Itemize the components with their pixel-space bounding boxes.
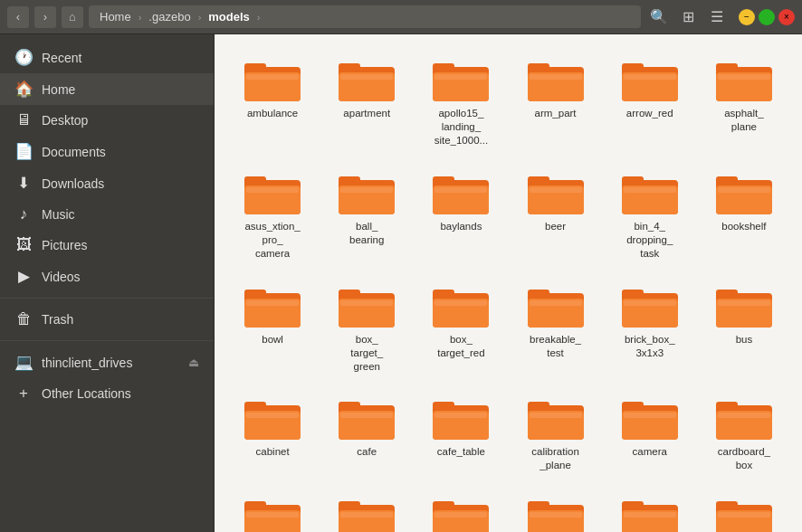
breadcrumb-sep-2: ›	[198, 12, 202, 23]
svg-rect-61	[528, 290, 549, 299]
breadcrumb-home[interactable]: Home	[96, 8, 135, 25]
folder-icon	[622, 494, 678, 532]
svg-rect-55	[340, 300, 393, 306]
folder-icon	[433, 282, 489, 329]
nav-forward-button[interactable]: ›	[34, 6, 56, 28]
svg-rect-59	[434, 300, 487, 306]
file-item[interactable]: apollo15_landing_site_1000...	[417, 49, 504, 155]
sidebar-item-thinclient[interactable]: 💻 thinclient_drives ⏏	[0, 347, 214, 378]
folder-icon	[622, 56, 678, 103]
sidebar-icon-trash: 🗑	[14, 310, 33, 328]
sidebar-label-documents: Documents	[42, 145, 106, 159]
svg-rect-1	[244, 63, 266, 72]
file-label: cardboard_box	[718, 445, 770, 472]
file-item[interactable]: cessna	[606, 487, 693, 532]
file-item[interactable]: camera	[606, 387, 693, 466]
file-item[interactable]: box_target_green	[323, 275, 410, 381]
file-item[interactable]: ambulance	[229, 49, 316, 128]
file-item[interactable]: bookshelf	[701, 162, 788, 241]
breadcrumb-models[interactable]: models	[205, 8, 253, 25]
svg-rect-31	[340, 187, 393, 193]
file-label: asphalt_plane	[724, 107, 763, 134]
sidebar-item-downloads[interactable]: ⬇ Downloads	[0, 167, 214, 199]
sidebar-icon-downloads: ⬇	[14, 174, 33, 193]
folder-icon	[528, 169, 584, 216]
folder-icon	[433, 56, 489, 103]
file-label: cafe	[357, 445, 377, 459]
file-item[interactable]: cart_front_steer	[229, 487, 316, 532]
svg-rect-79	[340, 413, 393, 418]
sidebar-label-trash: Trash	[42, 312, 73, 327]
folder-icon	[528, 56, 584, 103]
file-item[interactable]: cabinet	[229, 387, 316, 466]
folder-icon	[622, 169, 678, 216]
file-item[interactable]: cardboard_box	[701, 387, 788, 480]
file-item[interactable]: bowl	[229, 275, 316, 354]
search-button[interactable]: 🔍	[646, 5, 672, 30]
svg-rect-53	[339, 290, 360, 299]
file-item[interactable]: cart_soft_suspension	[417, 487, 504, 532]
view-toggle-button[interactable]: ⊞	[675, 5, 701, 30]
file-item[interactable]: beer	[511, 162, 598, 241]
folder-icon	[716, 282, 772, 329]
file-item[interactable]: brick_box_3x1x3	[606, 275, 693, 367]
sidebar-icon-home: 🏠	[14, 80, 33, 99]
svg-rect-41	[622, 176, 644, 185]
svg-rect-39	[530, 187, 582, 193]
sidebar-item-documents[interactable]: 📄 Documents	[0, 136, 214, 167]
sidebar-item-home[interactable]: 🏠 Home	[0, 73, 214, 105]
folder-icon	[339, 494, 395, 532]
file-item[interactable]: bus	[701, 275, 788, 354]
svg-rect-45	[716, 176, 738, 185]
breadcrumb-gazebo[interactable]: .gazebo	[145, 8, 194, 25]
file-item[interactable]: car_wheel	[511, 487, 598, 532]
file-label: apartment	[343, 107, 390, 120]
close-button[interactable]: ×	[778, 9, 795, 25]
file-item[interactable]: box_target_red	[417, 275, 504, 367]
sidebar-item-videos[interactable]: ▶ Videos	[0, 261, 214, 292]
file-item[interactable]: arm_part	[511, 49, 598, 128]
sidebar-item-recent[interactable]: 🕐 Recent	[0, 42, 214, 73]
folder-icon	[244, 169, 301, 216]
folder-icon	[433, 494, 489, 532]
folder-icon	[244, 56, 301, 103]
file-item[interactable]: calibration_plane	[511, 387, 598, 480]
file-item[interactable]: apartment	[323, 49, 410, 128]
file-item[interactable]: bin_4_dropping_task	[606, 162, 693, 268]
menu-button[interactable]: ☰	[704, 5, 730, 30]
titlebar: ‹ › ⌂ Home › .gazebo › models › 🔍 ⊞ ☰ − …	[0, 0, 802, 34]
folder-icon	[244, 494, 301, 532]
minimize-button[interactable]: −	[739, 9, 755, 25]
file-item[interactable]: asus_xtion_pro_camera	[229, 162, 316, 268]
sidebar-item-other[interactable]: + Other Locations	[0, 378, 214, 409]
file-item[interactable]: baylands	[417, 162, 504, 241]
file-item[interactable]: ball_bearing	[323, 162, 410, 254]
file-item[interactable]: checkerboard_plane	[701, 487, 788, 532]
file-label: apollo15_landing_site_1000...	[434, 107, 488, 147]
toolbar-right: 🔍 ⊞ ☰	[646, 5, 730, 30]
sidebar-item-trash[interactable]: 🗑 Trash	[0, 304, 214, 335]
eject-icon-thinclient[interactable]: ⏏	[188, 356, 199, 369]
maximize-button[interactable]	[759, 9, 775, 25]
svg-rect-9	[433, 63, 454, 72]
nav-back-button[interactable]: ‹	[7, 6, 29, 28]
sidebar-label-recent: Recent	[42, 51, 81, 65]
file-item[interactable]: cafe	[323, 387, 410, 466]
file-item[interactable]: asphalt_plane	[701, 49, 788, 141]
file-item[interactable]: cafe_table	[417, 387, 504, 466]
sidebar-label-home: Home	[42, 82, 75, 97]
svg-rect-71	[718, 300, 770, 306]
nav-up-button[interactable]: ⌂	[62, 6, 83, 28]
file-label: camera	[633, 445, 667, 459]
file-item[interactable]: breakable_test	[511, 275, 598, 367]
sidebar-label-desktop: Desktop	[42, 113, 88, 128]
sidebar-icon-pictures: 🖼	[14, 236, 33, 254]
svg-rect-115	[624, 512, 676, 518]
file-label: ball_bearing	[349, 220, 384, 247]
sidebar-item-pictures[interactable]: 🖼 Pictures	[0, 230, 214, 261]
file-item[interactable]: cart_rigid_suspension	[323, 487, 410, 532]
svg-rect-11	[434, 74, 487, 80]
sidebar-item-desktop[interactable]: 🖥 Desktop	[0, 105, 214, 136]
file-item[interactable]: arrow_red	[606, 49, 693, 128]
sidebar-item-music[interactable]: ♪ Music	[0, 199, 214, 230]
